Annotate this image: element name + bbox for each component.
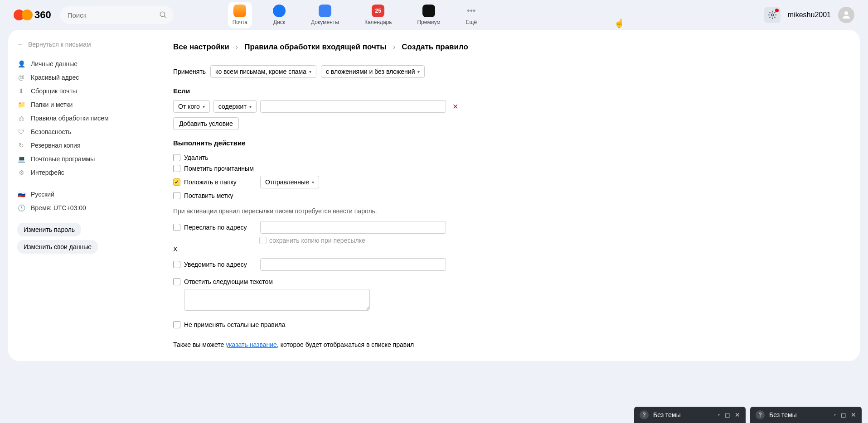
sidebar-item-security[interactable]: 🛡Безопасность [17, 125, 148, 139]
chevron-down-icon: ▾ [312, 180, 314, 185]
nav-app-calendar[interactable]: 25 Календарь [360, 2, 397, 28]
svg-point-0 [160, 12, 165, 17]
search-input[interactable] [60, 6, 174, 24]
nav-app-disk[interactable]: Диск [268, 2, 290, 28]
sidebar-item-lang[interactable]: 🇷🇺Русский [17, 187, 148, 201]
checkbox-forward[interactable] [173, 224, 180, 231]
folder-icon: 📁 [17, 101, 25, 109]
inbox-icon: ⬇ [17, 87, 25, 95]
shield-icon: 🛡 [17, 128, 25, 136]
if-title: Если [173, 87, 844, 95]
nav-app-premium[interactable]: Премиум [412, 2, 445, 28]
chevron-right-icon: › [393, 43, 396, 52]
checkbox-notify[interactable] [173, 261, 180, 268]
settings-button[interactable] [764, 7, 781, 23]
chevron-down-icon: ▾ [417, 69, 420, 74]
action-title: Выполнить действие [173, 139, 844, 147]
search-icon[interactable] [159, 11, 167, 20]
checkbox-delete[interactable] [173, 154, 180, 161]
backup-icon: ↻ [17, 141, 25, 149]
mail-icon [233, 5, 246, 17]
sidebar-item-address[interactable]: @Красивый адрес [17, 71, 148, 84]
breadcrumb: Все настройки › Правила обработки входящ… [173, 43, 844, 52]
chevron-right-icon: › [236, 43, 238, 52]
apply-select-2[interactable]: с вложениями и без вложений▾ [321, 65, 425, 78]
documents-icon [319, 5, 331, 17]
disk-icon [273, 5, 286, 17]
sidebar: ← Вернуться к письмам 👤Личные данные @Кр… [8, 30, 157, 361]
nav-app-documents[interactable]: Документы [306, 2, 344, 28]
checkbox-read[interactable] [173, 165, 180, 172]
cond-value-input[interactable] [260, 100, 446, 113]
checkbox-keep-copy[interactable] [259, 237, 267, 244]
folder-select[interactable]: Отправленные▾ [260, 176, 319, 188]
svg-point-2 [771, 14, 773, 16]
password-note: При активации правил пересылки писем пот… [173, 207, 844, 215]
change-password-button[interactable]: Изменить пароль [17, 223, 81, 236]
sidebar-item-rules[interactable]: ⚖Правила обработки писем [17, 111, 148, 125]
flag-icon: 🇷🇺 [17, 190, 25, 198]
header-right: mikeshu2001 [764, 7, 854, 23]
device-icon: 💻 [17, 155, 25, 163]
sidebar-item-folders[interactable]: 📁Папки и метки [17, 98, 148, 111]
apply-select-1[interactable]: ко всем письмам, кроме спама▾ [210, 65, 316, 78]
header: 360 Почта Диск Документы 25 Календарь Пр… [0, 0, 868, 30]
dots-icon: ••• [467, 5, 475, 17]
breadcrumb-rules[interactable]: Правила обработки входящей почты [244, 43, 386, 52]
notify-address-input[interactable] [260, 258, 446, 271]
breadcrumb-all[interactable]: Все настройки [173, 43, 229, 52]
svg-point-3 [844, 11, 848, 15]
username[interactable]: mikeshu2001 [788, 11, 831, 19]
checkbox-label[interactable] [173, 192, 180, 199]
sidebar-item-interface[interactable]: ⚙Интерфейс [17, 166, 148, 179]
sidebar-item-clients[interactable]: 💻Почтовые программы [17, 152, 148, 166]
change-data-button[interactable]: Изменить свои данные [17, 240, 98, 254]
back-link[interactable]: ← Вернуться к письмам [17, 41, 148, 48]
calendar-icon: 25 [372, 5, 384, 17]
arrow-left-icon: ← [17, 41, 24, 48]
avatar[interactable] [838, 7, 854, 23]
logo[interactable]: 360 [14, 9, 51, 21]
add-condition-button[interactable]: Добавить условие [173, 117, 239, 130]
sidebar-item-collector[interactable]: ⬇Сборщик почты [17, 84, 148, 98]
chevron-down-icon: ▾ [203, 104, 205, 109]
forward-address-input[interactable] [260, 221, 446, 234]
chevron-down-icon: ▾ [249, 104, 252, 109]
sidebar-item-backup[interactable]: ↻Резервная копия [17, 139, 148, 152]
premium-icon [422, 5, 435, 17]
svg-line-1 [164, 16, 166, 18]
gear-icon [768, 10, 777, 19]
at-icon: @ [17, 73, 25, 82]
name-hint: Также вы можете указать название, которо… [173, 341, 844, 348]
chevron-down-icon: ▾ [309, 69, 311, 74]
logo-text: 360 [34, 9, 51, 21]
checkbox-skip-rest[interactable] [173, 321, 180, 328]
clock-icon: 🕒 [17, 204, 25, 212]
sliders-icon: ⚙ [17, 168, 25, 177]
sidebar-item-time[interactable]: 🕒Время: UTC+03:00 [17, 201, 148, 215]
reply-text-input[interactable] [184, 289, 370, 311]
user-icon: 👤 [17, 60, 25, 68]
nav-apps: Почта Диск Документы 25 Календарь Премиу… [228, 2, 481, 28]
search-box [60, 6, 174, 24]
breadcrumb-create: Создать правило [402, 43, 468, 52]
checkbox-folder[interactable] [173, 178, 180, 186]
cond-field-select[interactable]: От кого▾ [173, 100, 210, 113]
content: Все настройки › Правила обработки входящ… [157, 30, 860, 361]
set-name-link[interactable]: указать название [226, 341, 277, 348]
logo-icon [14, 10, 33, 20]
sidebar-item-personal[interactable]: 👤Личные данные [17, 57, 148, 71]
checkbox-reply[interactable] [173, 278, 180, 285]
rules-icon: ⚖ [17, 114, 25, 122]
remove-condition-button[interactable]: ✕ [452, 102, 458, 111]
nav-app-more[interactable]: ••• Ещё [461, 2, 482, 28]
cond-op-select[interactable]: содержит▾ [213, 100, 257, 113]
nav-app-mail[interactable]: Почта [228, 2, 252, 28]
apply-label: Применять [173, 68, 206, 75]
